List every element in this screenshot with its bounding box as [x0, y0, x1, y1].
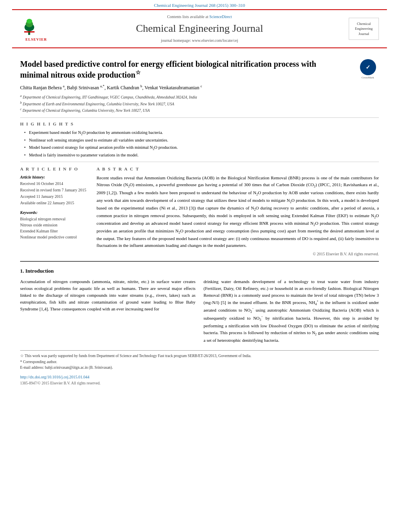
- article-info-title: A R T I C L E I N F O: [20, 166, 88, 172]
- journal-logo-text: ChemicalEngineeringJournal: [352, 21, 375, 37]
- accepted-date: Accepted 11 January 2015: [20, 194, 88, 199]
- abstract-col: A B S T R A C T Recent studies reveal th…: [97, 166, 379, 257]
- divider-bold: [20, 261, 379, 262]
- highlight-item: Model based control strategy for optimal…: [24, 145, 379, 151]
- copyright-line: © 2015 Elsevier B.V. All rights reserved…: [97, 251, 379, 257]
- article-history-label: Article history:: [20, 175, 88, 180]
- svg-point-3: [27, 18, 32, 23]
- journal-reference: Chemical Engineering Journal 268 (2015) …: [154, 3, 245, 8]
- journal-logo-box: ChemicalEngineeringJournal: [349, 18, 379, 40]
- doi-section: http://dx.doi.org/10.1016/j.cej.2015.01.…: [20, 374, 379, 380]
- article-title: Model based predictive control for energ…: [20, 59, 379, 80]
- elsevier-tree-icon: [24, 16, 48, 36]
- journal-homepage: journal homepage: www.elsevier.com/locat…: [20, 38, 379, 43]
- journal-title: Chemical Engineering Journal: [20, 21, 379, 36]
- doi-link[interactable]: http://dx.doi.org/10.1016/j.cej.2015.01.…: [20, 375, 89, 379]
- elsevier-label: ELSEVIER: [25, 37, 47, 42]
- sciencedirect-line: Contents lists available at ScienceDirec…: [20, 14, 379, 20]
- two-column-section: A R T I C L E I N F O Article history: R…: [20, 166, 379, 257]
- sciencedirect-link[interactable]: ScienceDirect: [209, 14, 232, 19]
- abstract-title: A B S T R A C T: [97, 166, 379, 172]
- footnote-3: E-mail address: babji.srinivasan@iitgn.a…: [20, 365, 379, 370]
- highlight-item: Method is fairly insensitive to paramete…: [24, 152, 379, 158]
- keyword-item: Biological nitrogen removal: [20, 216, 88, 222]
- keywords-block: Keywords: Biological nitrogen removal Ni…: [20, 210, 88, 240]
- journal-header: ELSEVIER Contents lists available at Sci…: [12, 9, 387, 48]
- main-content: Model based predictive control for energ…: [0, 48, 399, 394]
- introduction-section: 1. Introduction Accumulation of nitrogen…: [20, 267, 379, 344]
- keyword-item: Nonlinear model predictive control: [20, 234, 88, 240]
- highlight-item: Experiment based model for N2O productio…: [24, 130, 379, 136]
- article-history-block: Article history: Received 16 October 201…: [20, 175, 88, 206]
- intro-col-right: drinking water demands development of a …: [204, 278, 379, 344]
- intro-col-left: Accumulation of nitrogen compounds (ammo…: [20, 278, 195, 344]
- affiliations: a Department of Chemical Engineering, II…: [20, 94, 379, 113]
- intro-heading: 1. Introduction: [20, 267, 379, 275]
- crossmark: ✓ CrossMark: [357, 59, 379, 81]
- title-star: ☆: [136, 70, 141, 76]
- issn-line: 1385-8947/© 2015 Elsevier B.V. All right…: [20, 381, 379, 386]
- highlights-title: H I G H L I G H T S: [20, 121, 379, 127]
- highlights-list: Experiment based model for N2O productio…: [20, 130, 379, 158]
- divider-1: [20, 117, 379, 118]
- keyword-item: Nitrous oxide emission: [20, 222, 88, 228]
- header-center: Contents lists available at ScienceDirec…: [20, 14, 379, 43]
- keywords-list: Biological nitrogen removal Nitrous oxid…: [20, 216, 88, 240]
- authors-line: Chitta Ranjan Behera a, Babji Srinivasan…: [20, 84, 379, 91]
- article-title-section: Model based predictive control for energ…: [20, 59, 379, 80]
- top-bar: Chemical Engineering Journal 268 (2015) …: [0, 0, 399, 9]
- keyword-item: Extended Kalman filter: [20, 228, 88, 234]
- available-online-date: Available online 22 January 2015: [20, 200, 88, 206]
- intro-two-col: Accumulation of nitrogen compounds (ammo…: [20, 278, 379, 344]
- abstract-text: Recent studies reveal that Ammonium Oxid…: [97, 175, 379, 249]
- received-date: Received 16 October 2014: [20, 181, 88, 187]
- footnotes: ☆ This work was partly supported by fund…: [20, 350, 379, 370]
- highlights-section: H I G H L I G H T S Experiment based mod…: [20, 121, 379, 158]
- highlight-item: Nonlinear soft sensing strategies used t…: [24, 138, 379, 144]
- svg-rect-4: [24, 31, 35, 32]
- crossmark-label: CrossMark: [362, 76, 374, 80]
- divider-2: [20, 162, 379, 162]
- footnote-1: ☆ This work was partly supported by fund…: [20, 353, 379, 359]
- keywords-label: Keywords:: [20, 210, 88, 216]
- footnote-2: * Corresponding author.: [20, 359, 379, 365]
- crossmark-icon: ✓: [360, 59, 376, 75]
- article-info-col: A R T I C L E I N F O Article history: R…: [20, 166, 88, 257]
- received-revised-date: Received in revised form 7 January 2015: [20, 187, 88, 193]
- elsevier-logo: ELSEVIER: [20, 16, 52, 42]
